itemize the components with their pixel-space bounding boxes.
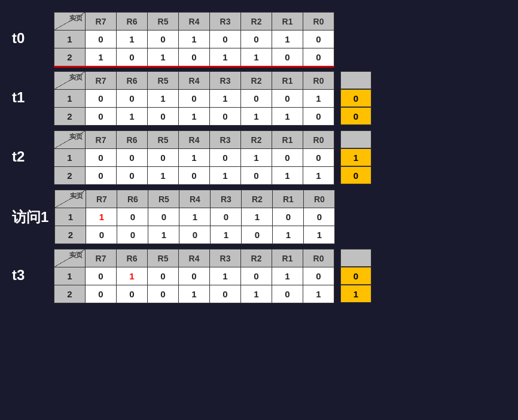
table-row: 100101001 [54,90,334,108]
cell: 1 [210,90,241,108]
cell: 0 [86,267,117,285]
col-header-R5: R5 [148,13,179,31]
section-visit1: 访问1实页R7R6R5R4R3R2R1R0110010100200101011 [12,190,506,244]
extra-header-cell [340,130,371,148]
label-t1: t1 [12,71,48,106]
col-header-R7: R7 [86,72,117,90]
cell: 1 [148,90,179,108]
cell: 0 [148,108,179,126]
table-row: 200101011 [55,226,335,244]
extra-data-cell: 0 [340,89,371,107]
cell: 0 [210,108,241,126]
table-wrapper-t1: 实页R7R6R5R4R3R2R1R0100101001201010110 [54,71,334,126]
cell: 0 [179,90,210,108]
col-header-R7: R7 [86,249,117,267]
col-header-R6: R6 [117,13,148,31]
row-num: 1 [54,267,86,285]
table-t2: 实页R7R6R5R4R3R2R1R0100010100200101011 [54,130,334,185]
col-header-R1: R1 [272,131,303,149]
table-wrapper-visit1: 实页R7R6R5R4R3R2R1R0110010100200101011 [54,190,335,244]
col-header-R5: R5 [148,190,179,208]
extra-data-cell: 0 [340,107,371,125]
section-t2: t2实页R7R6R5R4R3R2R1R010001010020010101110 [12,130,506,185]
extra-col-t2: 10 [340,130,371,184]
label-t0: t0 [12,12,48,47]
table-row: 100010100 [54,149,334,167]
cell: 0 [148,285,179,303]
cell: 1 [148,167,179,185]
table-row: 210101100 [54,48,334,66]
col-header-R6: R6 [117,249,148,267]
cell: 1 [211,226,242,244]
table-row: 200010101 [54,285,334,303]
table-row: 101001010 [54,267,334,285]
cell: 0 [148,208,179,226]
cell: 0 [148,149,179,167]
cell: 0 [86,285,117,303]
row-num: 2 [55,226,86,244]
col-header-R4: R4 [179,190,211,208]
diagonal-header: 实页 [54,249,86,267]
diagonal-header: 实页 [54,72,86,90]
col-header-R3: R3 [210,249,241,267]
row-num: 2 [54,285,86,303]
cell: 0 [242,226,273,244]
cell: 0 [210,149,241,167]
col-header-R7: R7 [86,131,117,149]
col-header-R3: R3 [210,13,241,31]
col-header-R5: R5 [148,131,179,149]
col-header-R0: R0 [303,131,334,149]
cell: 1 [210,167,241,185]
cell: 1 [179,31,210,48]
cell: 1 [86,208,117,226]
cell: 0 [241,267,272,285]
diagonal-header: 实页 [54,131,86,149]
cell: 1 [303,167,334,185]
cell: 1 [272,108,303,126]
cell: 1 [241,108,272,126]
col-header-R1: R1 [272,13,303,31]
cell: 0 [303,108,334,126]
cell: 0 [117,48,148,66]
page-container: t0实页R7R6R5R4R3R2R1R0101010010210101100t1… [6,6,512,309]
table-row: 110010100 [55,208,335,226]
label-visit1: 访问1 [12,190,48,227]
section-t3: t3实页R7R6R5R4R3R2R1R010100101020001010101 [12,249,506,303]
col-header-R7: R7 [86,13,117,31]
cell: 1 [303,90,334,108]
col-header-R4: R4 [179,72,210,90]
row-num: 2 [54,48,86,66]
row-num: 1 [54,31,86,48]
cell: 0 [272,149,303,167]
col-header-R4: R4 [179,131,210,149]
section-t0: t0实页R7R6R5R4R3R2R1R0101010010210101100 [12,12,506,66]
cell: 0 [117,90,148,108]
cell: 0 [210,285,241,303]
cell: 0 [86,108,117,126]
col-header-R3: R3 [210,131,241,149]
cell: 0 [117,226,148,244]
cell: 0 [211,208,242,226]
cell: 1 [179,108,210,126]
col-header-R1: R1 [272,72,303,90]
table-wrapper-t2: 实页R7R6R5R4R3R2R1R0100010100200101011 [54,130,334,185]
cell: 0 [272,90,303,108]
cell: 0 [241,90,272,108]
cell: 1 [179,208,211,226]
cell: 1 [86,48,117,66]
table-row: 201010110 [54,108,334,126]
cell: 0 [304,208,335,226]
col-header-R6: R6 [117,131,148,149]
col-header-R2: R2 [241,13,272,31]
cell: 1 [210,48,241,66]
extra-header-cell [340,71,371,89]
col-header-R6: R6 [117,190,148,208]
cell: 0 [272,48,303,66]
cell: 0 [303,31,334,48]
cell: 0 [117,167,148,185]
cell: 1 [241,149,272,167]
cell: 0 [117,149,148,167]
col-header-R2: R2 [241,249,272,267]
table-wrapper-t0: 实页R7R6R5R4R3R2R1R0101010010210101100 [54,12,334,66]
cell: 0 [179,167,210,185]
